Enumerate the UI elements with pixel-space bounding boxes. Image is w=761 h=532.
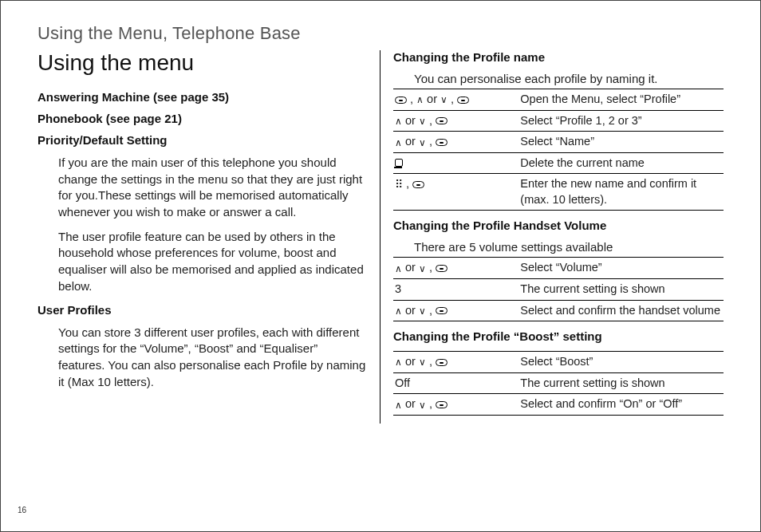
intro-profile-name: You can personalise each profile by nami… [414, 72, 724, 85]
up-icon [395, 262, 402, 276]
table-profile-name: , or , Open the Menu, select “Profile” o… [393, 89, 724, 211]
instruction-text: Delete the current name [519, 152, 724, 174]
heading-answering-machine: Answering Machine (see page 35) [37, 90, 367, 104]
instruction-text: Select “Profile 1, 2 or 3” [519, 110, 724, 132]
table-row: or , Select “Name” [393, 132, 724, 153]
user-profiles-paragraph: You can store 3 different user profiles,… [58, 325, 367, 391]
instruction-text: Select “Name” [519, 132, 724, 153]
menu-icon [412, 181, 424, 188]
intro-volume: There are 5 volume settings available [414, 240, 724, 254]
instruction-text: The current setting is shown [519, 278, 724, 300]
menu-icon [436, 359, 448, 366]
keypad-icon [395, 178, 403, 192]
down-icon [419, 355, 426, 369]
table-row: or , Select and confirm “On” or “Off” [393, 394, 724, 416]
up-icon [395, 398, 402, 412]
heading-priority: Priority/Default Setting [37, 133, 367, 147]
table-row: , or , Open the Menu, select “Profile” [393, 89, 724, 111]
table-row: Off The current setting is shown [393, 372, 724, 394]
down-icon [419, 114, 426, 128]
table-boost: or , Select “Boost” Off The current sett… [393, 351, 724, 416]
page-number: 16 [18, 506, 26, 514]
instruction-text: The current setting is shown [519, 372, 724, 394]
table-row: or , Select “Boost” [393, 352, 724, 373]
table-volume: or , Select “Volume” 3 The current setti… [393, 257, 724, 321]
heading-user-profiles: User Profiles [37, 303, 367, 317]
instruction-text: Select “Boost” [519, 352, 724, 373]
up-icon [395, 114, 402, 128]
up-icon [416, 93, 424, 107]
menu-icon [436, 265, 448, 272]
menu-icon [436, 401, 448, 408]
instruction-text: Select and confirm the handset volume [519, 300, 724, 321]
table-row: or , Select and confirm the handset volu… [393, 300, 724, 321]
heading-profile-name: Changing the Profile name [393, 50, 724, 64]
main-title: Using the menu [37, 50, 367, 76]
right-column: Changing the Profile name You can person… [380, 50, 724, 424]
instruction-keys: 3 [393, 278, 519, 300]
instruction-keys: Off [393, 372, 519, 394]
up-icon [395, 136, 402, 150]
heading-boost: Changing the Profile “Boost” setting [393, 329, 724, 343]
page-header: Using the Menu, Telephone Base [37, 23, 724, 44]
down-icon [440, 93, 448, 107]
menu-icon [436, 117, 448, 124]
delete-icon [395, 159, 403, 168]
menu-icon [395, 97, 407, 104]
instruction-text: Enter the new name and confirm it (max. … [519, 174, 724, 211]
menu-icon [436, 139, 448, 146]
content-columns: Using the menu Answering Machine (see pa… [37, 50, 724, 424]
heading-phonebook: Phonebook (see page 21) [37, 112, 367, 125]
down-icon [419, 262, 426, 276]
instruction-text: Select “Volume” [519, 258, 724, 279]
table-row: or , Select “Volume” [393, 258, 724, 279]
instruction-text: Open the Menu, select “Profile” [519, 89, 724, 111]
priority-paragraph-1: If you are the main user of this telepho… [58, 155, 367, 221]
heading-handset-volume: Changing the Profile Handset Volume [393, 219, 724, 232]
table-row: , Enter the new name and confirm it (max… [393, 174, 724, 211]
down-icon [419, 304, 426, 318]
down-icon [419, 136, 426, 150]
up-icon [395, 304, 402, 318]
left-column: Using the menu Answering Machine (see pa… [37, 50, 380, 424]
menu-icon [457, 97, 469, 104]
priority-paragraph-2: The user profile feature can be used by … [58, 229, 367, 295]
up-icon [395, 355, 402, 369]
table-row: Delete the current name [393, 152, 724, 174]
table-row: 3 The current setting is shown [393, 278, 724, 300]
table-row: or , Select “Profile 1, 2 or 3” [393, 110, 724, 132]
down-icon [419, 398, 426, 412]
instruction-text: Select and confirm “On” or “Off” [519, 394, 724, 416]
menu-icon [436, 307, 448, 314]
